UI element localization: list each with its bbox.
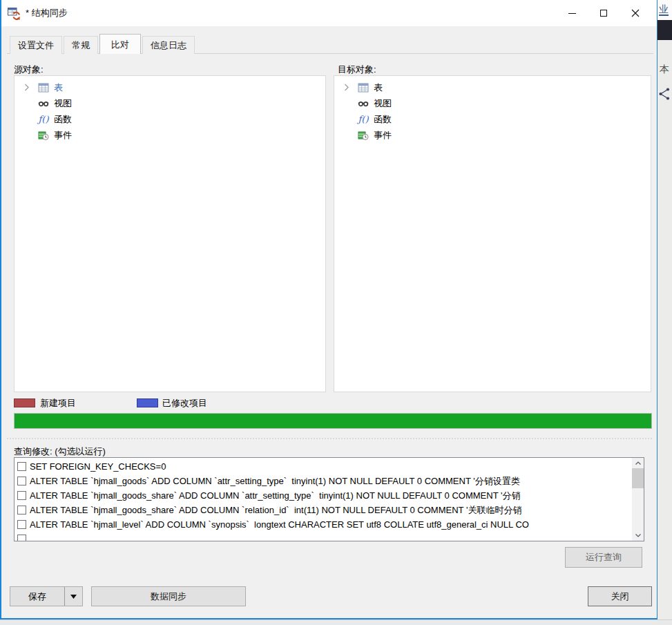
event-icon bbox=[358, 130, 369, 141]
window-title: * 结构同步 bbox=[26, 7, 68, 19]
close-button[interactable] bbox=[620, 0, 651, 26]
query-row[interactable]: SET FOREIGN_KEY_CHECKS=0 bbox=[15, 459, 632, 474]
view-icon bbox=[38, 98, 49, 109]
save-button[interactable]: 保存 bbox=[10, 587, 64, 606]
tab-message-log[interactable]: 信息日志 bbox=[142, 36, 195, 54]
scrollbar-thumb[interactable] bbox=[632, 468, 644, 488]
maximize-button[interactable] bbox=[588, 0, 620, 26]
query-checkbox[interactable] bbox=[17, 462, 26, 471]
tree-item-label: 函数 bbox=[374, 113, 392, 126]
run-query-button[interactable]: 运行查询 bbox=[565, 547, 642, 568]
query-row[interactable]: ALTER TABLE `hjmall_goods_share` ADD COL… bbox=[15, 503, 632, 517]
table-icon bbox=[38, 82, 49, 93]
new-item-label: 新建项目 bbox=[40, 397, 76, 410]
source-tree-item-tables[interactable]: 表 bbox=[15, 79, 325, 95]
minimize-button[interactable] bbox=[556, 0, 588, 26]
target-objects-tree[interactable]: 表 视图 ƒ() 函数 事件 bbox=[334, 75, 651, 392]
tree-item-label: 表 bbox=[374, 81, 383, 94]
query-checkbox[interactable] bbox=[17, 535, 26, 541]
background-bottom-strip bbox=[0, 619, 672, 625]
background-window-sliver: 业 本 bbox=[657, 0, 672, 625]
share-icon bbox=[658, 87, 671, 101]
source-objects-tree[interactable]: 表 视图 ƒ() 函数 事件 bbox=[14, 75, 326, 392]
save-dropdown-button[interactable] bbox=[64, 587, 82, 606]
target-tree-item-views[interactable]: 视图 bbox=[334, 95, 651, 111]
function-icon: ƒ() bbox=[358, 114, 369, 125]
source-tree-item-views[interactable]: 视图 bbox=[15, 95, 325, 111]
caption-buttons bbox=[556, 0, 657, 26]
query-sql-text: ALTER TABLE `hjmall_goods_share` ADD COL… bbox=[30, 490, 520, 502]
chevron-right-icon[interactable] bbox=[21, 84, 31, 91]
query-checkbox[interactable] bbox=[17, 477, 26, 485]
source-tree-item-events[interactable]: 事件 bbox=[15, 127, 325, 143]
scroll-down-icon[interactable] bbox=[632, 530, 644, 541]
progress-fill bbox=[15, 414, 651, 428]
table-icon bbox=[358, 82, 369, 93]
query-list[interactable]: SET FOREIGN_KEY_CHECKS=0 ALTER TABLE `hj… bbox=[14, 457, 644, 541]
new-item-color-swatch bbox=[14, 398, 35, 407]
background-partial-text: 本 bbox=[660, 64, 669, 76]
query-row[interactable]: ALTER TABLE `hjmall_goods_share` ADD COL… bbox=[15, 488, 632, 503]
tree-item-label: 表 bbox=[54, 81, 63, 94]
query-checkbox[interactable] bbox=[17, 491, 26, 500]
tab-settings-file[interactable]: 设置文件 bbox=[10, 36, 62, 54]
query-sql-text: ALTER TABLE `hjmall_level` ADD COLUMN `s… bbox=[30, 519, 529, 530]
source-objects-label: 源对象: bbox=[14, 64, 44, 76]
structure-sync-icon bbox=[7, 6, 21, 20]
query-sql-text: SET FOREIGN_KEY_CHECKS=0 bbox=[30, 461, 166, 472]
query-modification-label: 查询修改: (勾选以运行) bbox=[14, 445, 106, 458]
view-icon bbox=[358, 98, 369, 109]
data-sync-button[interactable]: 数据同步 bbox=[91, 586, 246, 606]
target-tree-item-events[interactable]: 事件 bbox=[334, 127, 651, 143]
structure-sync-dialog: * 结构同步 设置文件 常规 比对 信息日志 源对象: 目标对象: 表 bbox=[0, 0, 657, 619]
target-objects-label: 目标对象: bbox=[338, 64, 376, 76]
minimize-icon bbox=[568, 13, 576, 14]
tree-item-label: 视图 bbox=[374, 97, 392, 110]
tree-item-label: 视图 bbox=[54, 97, 72, 110]
query-list-scrollbar[interactable] bbox=[632, 458, 644, 541]
title-bar[interactable]: * 结构同步 bbox=[1, 0, 657, 26]
tab-general[interactable]: 常规 bbox=[64, 36, 98, 54]
tree-item-label: 函数 bbox=[54, 113, 72, 126]
query-row[interactable]: ALTER TABLE `hjmall_level` ADD COLUMN `s… bbox=[15, 517, 632, 532]
maximize-icon bbox=[600, 10, 607, 17]
scroll-up-icon[interactable] bbox=[632, 458, 644, 468]
source-tree-item-functions[interactable]: ƒ() 函数 bbox=[15, 111, 325, 127]
modified-item-label: 已修改项目 bbox=[162, 397, 207, 410]
dropdown-arrow-icon bbox=[70, 595, 77, 599]
query-row-partial[interactable] bbox=[15, 532, 632, 541]
query-row[interactable]: ALTER TABLE `hjmall_goods` ADD COLUMN `a… bbox=[15, 474, 632, 488]
section-separator bbox=[7, 438, 652, 439]
query-checkbox[interactable] bbox=[17, 520, 26, 529]
modified-item-color-swatch bbox=[137, 398, 158, 407]
query-checkbox[interactable] bbox=[17, 506, 26, 515]
background-toolbar: 业 bbox=[657, 0, 672, 20]
tab-strip: 设置文件 常规 比对 信息日志 bbox=[10, 34, 196, 54]
close-icon bbox=[631, 9, 640, 17]
tree-item-label: 事件 bbox=[54, 129, 72, 142]
chart-icon: 业 bbox=[659, 3, 669, 16]
function-icon: ƒ() bbox=[38, 114, 49, 125]
compare-progress-bar bbox=[14, 413, 652, 429]
target-tree-item-functions[interactable]: ƒ() 函数 bbox=[334, 111, 651, 127]
tree-item-label: 事件 bbox=[374, 129, 392, 142]
target-tree-item-tables[interactable]: 表 bbox=[334, 79, 651, 95]
background-dark-bar bbox=[657, 20, 672, 40]
save-split-button: 保存 bbox=[10, 586, 83, 606]
chevron-right-icon[interactable] bbox=[341, 84, 351, 91]
query-sql-text: ALTER TABLE `hjmall_goods` ADD COLUMN `a… bbox=[30, 475, 520, 488]
query-sql-text: ALTER TABLE `hjmall_goods_share` ADD COL… bbox=[30, 504, 521, 517]
event-icon bbox=[38, 130, 49, 141]
close-dialog-button[interactable]: 关闭 bbox=[588, 586, 652, 606]
tab-compare[interactable]: 比对 bbox=[99, 34, 141, 54]
